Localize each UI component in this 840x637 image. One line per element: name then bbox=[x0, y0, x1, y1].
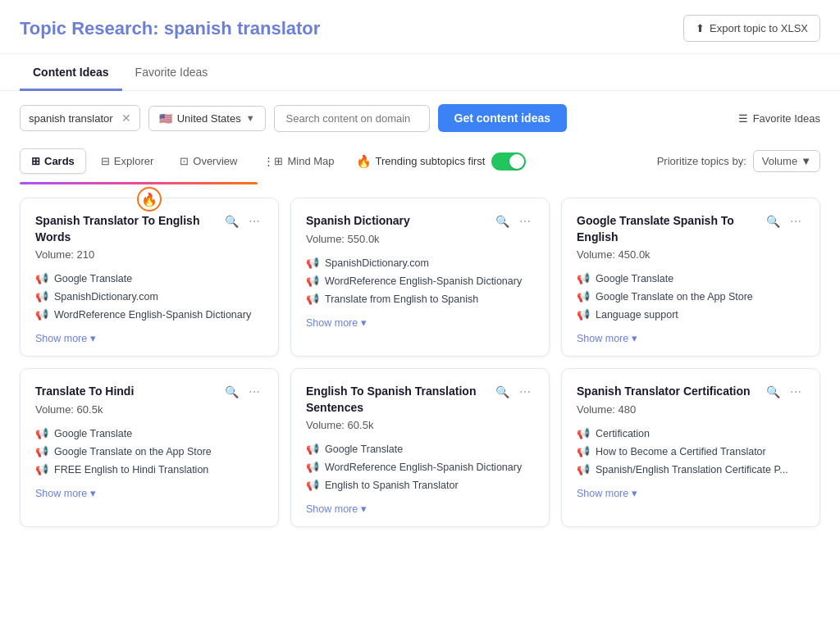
mindmap-icon: ⋮⊞ bbox=[263, 155, 283, 167]
prioritize-group: Prioritize topics by: Volume ▼ bbox=[657, 150, 820, 172]
chevron-down-icon: ▾ bbox=[632, 487, 637, 499]
megaphone-icon: 📢 bbox=[35, 308, 48, 321]
trending-underline bbox=[20, 182, 258, 184]
favorite-ideas-button[interactable]: ☰ Favorite Ideas bbox=[738, 112, 820, 125]
list-icon: ☰ bbox=[738, 112, 748, 125]
view-tab-mindmap[interactable]: ⋮⊞ Mind Map bbox=[252, 148, 345, 174]
chevron-down-icon: ▾ bbox=[632, 332, 637, 344]
card-5-links: 📢Certification 📢How to Become a Certifie… bbox=[577, 427, 805, 475]
megaphone-icon: 📢 bbox=[306, 293, 319, 305]
megaphone-icon: 📢 bbox=[577, 272, 590, 284]
card-3: Translate To Hindi 🔍 ⋯ Volume: 60.5k 📢Go… bbox=[20, 368, 279, 527]
card-3-volume: Volume: 60.5k bbox=[35, 403, 263, 416]
megaphone-icon: 📢 bbox=[306, 257, 319, 269]
chevron-down-icon: ▾ bbox=[90, 487, 96, 499]
card-2-more-button[interactable]: ⋯ bbox=[787, 213, 805, 230]
overview-icon: ⊡ bbox=[180, 155, 189, 167]
list-item: 📢Google Translate on the App Store bbox=[577, 290, 805, 303]
megaphone-icon: 📢 bbox=[306, 443, 319, 455]
cards-grid: 🔥 Spanish Translator To English Words 🔍 … bbox=[0, 186, 840, 547]
card-2-links: 📢Google Translate 📢Google Translate on t… bbox=[577, 272, 805, 321]
card-4-more-button[interactable]: ⋯ bbox=[516, 384, 534, 400]
card-1: Spanish Dictionary 🔍 ⋯ Volume: 550.0k 📢S… bbox=[290, 198, 550, 357]
megaphone-icon: 📢 bbox=[35, 290, 48, 303]
card-3-more-button[interactable]: ⋯ bbox=[245, 384, 263, 400]
card-2-search-button[interactable]: 🔍 bbox=[763, 213, 783, 230]
trending-toggle-switch[interactable] bbox=[491, 152, 526, 171]
trending-badge: 🔥 bbox=[137, 187, 162, 212]
card-4-show-more[interactable]: Show more ▾ bbox=[306, 503, 534, 515]
card-0-more-button[interactable]: ⋯ bbox=[245, 213, 263, 230]
list-item: 📢WordReference English-Spanish Dictionar… bbox=[306, 461, 534, 473]
card-2-title: Google Translate Spanish To English bbox=[577, 213, 763, 245]
get-content-ideas-button[interactable]: Get content ideas bbox=[438, 104, 567, 132]
volume-select[interactable]: Volume ▼ bbox=[753, 150, 820, 172]
chevron-down-icon: ▾ bbox=[361, 503, 367, 515]
view-tab-overview[interactable]: ⊡ Overview bbox=[168, 148, 249, 174]
card-4-links: 📢Google Translate 📢WordReference English… bbox=[306, 443, 534, 491]
megaphone-icon: 📢 bbox=[35, 463, 48, 475]
card-5-show-more[interactable]: Show more ▾ bbox=[577, 487, 805, 499]
card-4: English To Spanish Translation Sentences… bbox=[290, 368, 550, 527]
list-item: 📢Google Translate bbox=[35, 272, 263, 284]
list-item: 📢English to Spanish Translator bbox=[306, 479, 534, 491]
tab-content-ideas[interactable]: Content Ideas bbox=[20, 54, 122, 91]
domain-search-input[interactable] bbox=[274, 105, 430, 132]
megaphone-icon: 📢 bbox=[306, 479, 319, 491]
list-item: 📢Google Translate bbox=[577, 272, 805, 284]
explorer-icon: ⊟ bbox=[101, 155, 110, 167]
list-item: 📢Google Translate bbox=[306, 443, 534, 455]
card-4-volume: Volume: 60.5k bbox=[306, 419, 534, 431]
megaphone-icon: 📢 bbox=[35, 445, 48, 457]
card-1-search-button[interactable]: 🔍 bbox=[492, 213, 513, 230]
card-3-title: Translate To Hindi bbox=[35, 384, 221, 400]
card-5-search-button[interactable]: 🔍 bbox=[763, 384, 783, 400]
megaphone-icon: 📢 bbox=[577, 308, 590, 321]
list-item: 📢FREE English to Hindi Translation bbox=[35, 463, 263, 475]
card-0-links: 📢Google Translate 📢SpanishDictionary.com… bbox=[35, 272, 263, 321]
list-item: 📢How to Become a Certified Translator bbox=[577, 445, 805, 457]
card-5: Spanish Translator Certification 🔍 ⋯ Vol… bbox=[561, 368, 820, 527]
megaphone-icon: 📢 bbox=[577, 290, 590, 303]
card-1-volume: Volume: 550.0k bbox=[306, 233, 534, 245]
country-select[interactable]: 🇺🇸 United States ▼ bbox=[148, 106, 266, 131]
card-4-search-button[interactable]: 🔍 bbox=[492, 384, 513, 400]
megaphone-icon: 📢 bbox=[577, 445, 590, 457]
card-3-show-more[interactable]: Show more ▾ bbox=[35, 487, 263, 499]
search-tag-remove[interactable]: ✕ bbox=[121, 111, 131, 125]
card-1-more-button[interactable]: ⋯ bbox=[516, 213, 534, 230]
card-4-title: English To Spanish Translation Sentences bbox=[306, 384, 492, 416]
card-1-show-more[interactable]: Show more ▾ bbox=[306, 316, 534, 329]
card-0-show-more[interactable]: Show more ▾ bbox=[35, 332, 263, 344]
view-tab-cards[interactable]: ⊞ Cards bbox=[20, 148, 86, 174]
list-item: 📢SpanishDictionary.com bbox=[35, 290, 263, 303]
card-0-volume: Volume: 210 bbox=[35, 248, 263, 261]
megaphone-icon: 📢 bbox=[577, 463, 590, 475]
export-button[interactable]: ⬆ Export topic to XLSX bbox=[683, 15, 820, 42]
card-5-title: Spanish Translator Certification bbox=[577, 384, 763, 400]
megaphone-icon: 📢 bbox=[35, 427, 48, 439]
page-title: Topic Research: spanish translator bbox=[20, 18, 320, 39]
chevron-down-icon: ▾ bbox=[361, 316, 367, 329]
card-0-title: Spanish Translator To English Words bbox=[35, 213, 221, 245]
card-0-search-button[interactable]: 🔍 bbox=[221, 213, 242, 230]
toolbar: spanish translator ✕ 🇺🇸 United States ▼ … bbox=[0, 91, 840, 142]
card-2-volume: Volume: 450.0k bbox=[577, 248, 805, 261]
card-5-more-button[interactable]: ⋯ bbox=[787, 384, 805, 400]
list-item: 📢WordReference English-Spanish Dictionar… bbox=[306, 275, 534, 287]
card-2-show-more[interactable]: Show more ▾ bbox=[577, 332, 805, 344]
card-5-volume: Volume: 480 bbox=[577, 403, 805, 416]
chevron-down-icon: ▼ bbox=[246, 113, 255, 123]
fire-icon: 🔥 bbox=[356, 154, 372, 169]
card-2: Google Translate Spanish To English 🔍 ⋯ … bbox=[561, 198, 820, 357]
export-icon: ⬆ bbox=[696, 22, 705, 34]
megaphone-icon: 📢 bbox=[306, 275, 319, 287]
megaphone-icon: 📢 bbox=[35, 272, 48, 284]
search-tag-text: spanish translator bbox=[29, 112, 113, 125]
card-3-search-button[interactable]: 🔍 bbox=[221, 384, 242, 400]
list-item: 📢WordReference English-Spanish Dictionar… bbox=[35, 308, 263, 321]
card-1-links: 📢SpanishDictionary.com 📢WordReference En… bbox=[306, 257, 534, 305]
list-item: 📢SpanishDictionary.com bbox=[306, 257, 534, 269]
tab-favorite-ideas[interactable]: Favorite Ideas bbox=[122, 54, 221, 91]
view-tab-explorer[interactable]: ⊟ Explorer bbox=[89, 148, 165, 174]
